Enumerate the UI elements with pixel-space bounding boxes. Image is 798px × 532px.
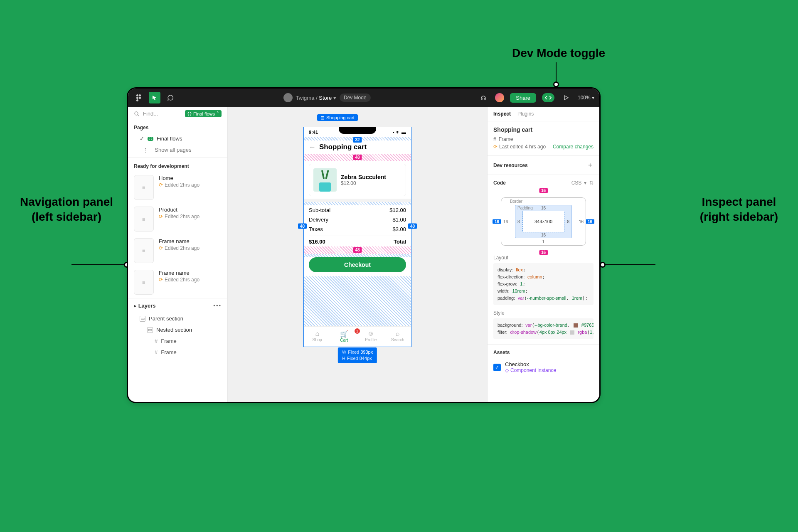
layout-code[interactable]: display: flex; flex-direction: column; f… xyxy=(493,263,594,305)
frame-thumb[interactable]: ▦ Frame nameEdited 2hrs ago xyxy=(128,266,227,298)
checkbox-icon: ✓ xyxy=(493,364,501,371)
tab-inspect[interactable]: Inspect xyxy=(493,111,511,117)
product-price: $12.00 xyxy=(341,180,386,186)
leader-dot xyxy=(553,81,559,87)
svg-rect-0 xyxy=(136,94,138,96)
last-edited: Last edited 4 hrs ago xyxy=(499,144,546,150)
frame-thumb[interactable]: ▦ ProductEdited 2hrs ago xyxy=(128,203,227,235)
cart-icon: 🛒 xyxy=(331,330,358,338)
mode-badge: Dev Mode xyxy=(340,94,371,102)
tabbar: ⌂Shop 🛒Cart ☺Profile ⌕Search xyxy=(304,326,411,347)
checkout-button[interactable]: Checkout xyxy=(309,257,406,272)
measure-tag: 48 xyxy=(353,247,362,253)
person-icon: ☺ xyxy=(357,330,384,337)
present-icon[interactable] xyxy=(560,92,572,103)
tab-shop[interactable]: ⌂Shop xyxy=(304,327,331,347)
canvas[interactable]: Shopping cart 9:41 ▪ ᯤ ▬ 32 ← Shopping c… xyxy=(228,107,487,402)
share-button[interactable]: Share xyxy=(510,93,536,103)
annotation-left: Navigation panel(left sidebar) xyxy=(20,195,113,225)
layout-heading: Layout xyxy=(493,255,594,261)
home-icon: ⌂ xyxy=(304,330,331,337)
layer-row[interactable]: ▭Nested section xyxy=(128,324,227,335)
layer-row[interactable]: #Frame xyxy=(128,335,227,347)
back-icon[interactable]: ← xyxy=(309,143,316,151)
svg-rect-2 xyxy=(136,97,138,99)
status-icons: ▪ ᯤ ▬ xyxy=(393,130,406,135)
headphones-icon[interactable] xyxy=(478,92,489,103)
thumbnail-icon: ▦ xyxy=(134,270,154,295)
svg-rect-7 xyxy=(321,116,324,117)
measure-tag: 40 xyxy=(408,223,417,229)
figma-menu-icon[interactable] xyxy=(133,92,145,103)
thumbnail-icon: ▦ xyxy=(134,175,154,200)
dimensions-pill: WFixed 390px HFixed 844px xyxy=(338,347,377,363)
asset-row[interactable]: ✓ Checkbox ◇Component instance xyxy=(493,359,594,376)
compare-changes-link[interactable]: Compare changes xyxy=(553,144,594,150)
measure-tag: 32 xyxy=(353,137,362,143)
annotation-devmode: Dev Mode toggle xyxy=(512,46,605,61)
layer-row[interactable]: ▭Parent section xyxy=(128,313,227,324)
product-name: Zebra Succulent xyxy=(341,174,386,180)
user-avatar[interactable] xyxy=(495,93,504,102)
cart-item[interactable]: Zebra Succulent $12.00 xyxy=(309,164,406,196)
topbar: Twigma / Store ▾ Dev Mode Share 100% ▾ xyxy=(128,89,599,107)
totals: Sub-total$12.00 Delivery$1.00 Taxes$3.00… xyxy=(309,205,406,246)
left-sidebar: Find... Final flows ˄ Pages ✓ Final flow… xyxy=(128,107,228,402)
annotation-right: Inspect panel(right sidebar) xyxy=(700,195,778,225)
devmode-toggle[interactable] xyxy=(542,93,554,102)
page-badge[interactable]: Final flows ˄ xyxy=(185,110,222,117)
code-lang-select[interactable]: CSS ▾ ⇅ xyxy=(571,180,594,186)
measure-tag: 40 xyxy=(298,223,307,229)
comment-icon[interactable] xyxy=(165,92,176,103)
tab-cart[interactable]: 🛒Cart xyxy=(331,327,358,347)
layers-menu-icon[interactable]: ••• xyxy=(213,303,222,309)
svg-point-5 xyxy=(135,112,138,115)
history-icon xyxy=(493,144,498,150)
assets-heading: Assets xyxy=(493,350,594,355)
svg-rect-1 xyxy=(139,94,141,96)
dev-resources-heading: Dev resources xyxy=(493,163,528,168)
tab-plugins[interactable]: Plugins xyxy=(517,111,534,117)
add-resource-icon[interactable]: ＋ xyxy=(587,161,594,170)
tab-profile[interactable]: ☺Profile xyxy=(357,327,384,347)
svg-rect-8 xyxy=(321,118,324,118)
svg-rect-9 xyxy=(321,119,324,120)
svg-rect-4 xyxy=(136,99,138,101)
phone-frame[interactable]: 9:41 ▪ ᯤ ▬ 32 ← Shopping cart 48 xyxy=(303,127,411,347)
style-heading: Style xyxy=(493,310,594,316)
selection-kind: #Frame xyxy=(493,135,594,143)
code-heading: Code xyxy=(493,180,506,186)
cursor-tool-icon[interactable] xyxy=(149,92,160,103)
phone-notch xyxy=(339,127,376,134)
style-code[interactable]: background: var(--bg-color-brand, #97655… xyxy=(493,318,594,339)
component-icon: ◇ xyxy=(505,367,509,373)
thumbnail-icon: ▦ xyxy=(134,238,154,263)
box-model-content: 344×100 xyxy=(522,211,564,232)
product-image xyxy=(313,168,337,192)
leader-dot xyxy=(600,262,606,268)
box-model: 16 16 16 16 Border 16 16 1 Padding 16 8 … xyxy=(493,188,594,255)
selection-title: Shopping cart xyxy=(493,126,594,133)
breadcrumb[interactable]: Twigma / Store ▾ xyxy=(296,95,336,101)
layer-row[interactable]: #Frame xyxy=(128,347,227,358)
measure-tag: 48 xyxy=(353,155,362,160)
ready-heading: Ready for development xyxy=(128,159,227,172)
show-all-pages[interactable]: ⋮ Show all pages xyxy=(128,144,227,155)
tab-search[interactable]: ⌕Search xyxy=(384,327,411,347)
leader-line xyxy=(556,62,557,82)
right-sidebar: Inspect Plugins Shopping cart #Frame Las… xyxy=(487,107,599,402)
search-icon: ⌕ xyxy=(384,330,411,337)
inspect-tabs: Inspect Plugins xyxy=(488,107,599,121)
zoom-level[interactable]: 100% ▾ xyxy=(578,95,594,101)
team-avatar[interactable] xyxy=(283,93,293,102)
layers-header[interactable]: ▸ Layers ••• xyxy=(128,298,227,313)
search-icon xyxy=(134,111,140,117)
frame-thumb[interactable]: ▦ Frame nameEdited 2hrs ago xyxy=(128,235,227,266)
thumbnail-icon: ▦ xyxy=(134,207,154,232)
search-input[interactable]: Find... xyxy=(143,111,182,117)
frame-label[interactable]: Shopping cart xyxy=(317,114,358,121)
leader-line xyxy=(602,264,655,265)
frame-thumb[interactable]: ▦ HomeEdited 2hrs ago xyxy=(128,172,227,203)
leader-line xyxy=(71,264,125,265)
page-item-current[interactable]: ✓ Final flows xyxy=(128,133,227,144)
